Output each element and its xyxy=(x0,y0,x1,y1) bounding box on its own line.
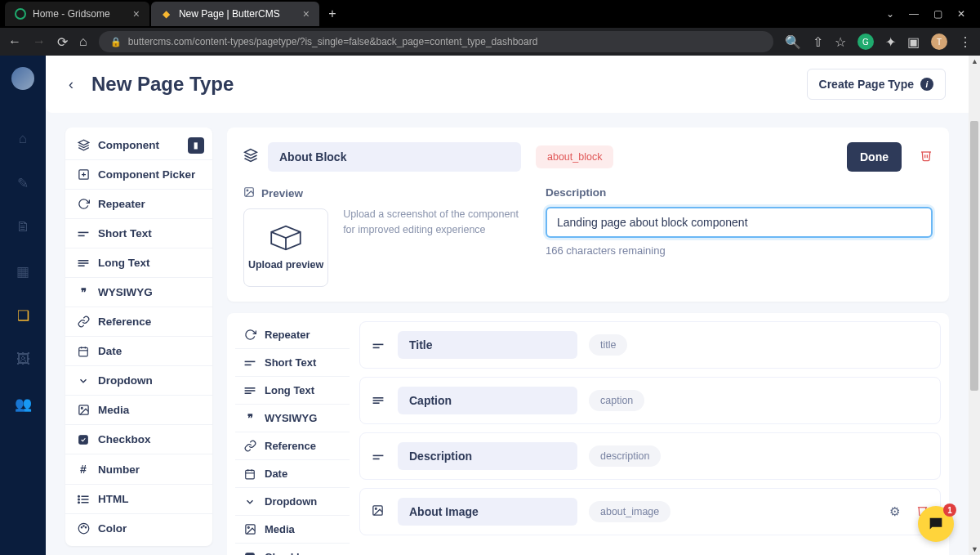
field-type-checkbox[interactable]: Checkbox xyxy=(235,544,350,555)
field-name-input[interactable]: Caption xyxy=(398,387,577,414)
scroll-thumb[interactable] xyxy=(970,121,978,391)
field-type-reference[interactable]: Reference xyxy=(235,432,350,460)
maximize-icon[interactable]: ▢ xyxy=(933,8,942,20)
field-type-number[interactable]: #Number xyxy=(65,454,212,485)
field-type-long-text[interactable]: Long Text xyxy=(65,248,212,278)
field-type-component[interactable]: Component▮ xyxy=(65,131,212,160)
collections-icon[interactable]: ▦ xyxy=(11,260,34,283)
repeater-types-list: RepeaterShort TextLong Text❞WYSIWYGRefer… xyxy=(235,321,350,555)
field-type-reference[interactable]: Reference xyxy=(65,307,212,337)
field-type-media[interactable]: Media xyxy=(235,516,350,544)
menu-icon[interactable]: ⋮ xyxy=(959,34,972,50)
sidepanel-icon[interactable]: ▣ xyxy=(907,34,920,50)
block-name-input[interactable]: About Block xyxy=(268,142,521,172)
field-type-wysiwyg[interactable]: ❞WYSIWYG xyxy=(65,278,212,307)
field-type-media[interactable]: Media xyxy=(65,396,212,425)
upload-label: Upload preview xyxy=(248,259,323,271)
close-icon[interactable]: × xyxy=(303,7,310,20)
field-type-long-text[interactable]: Long Text xyxy=(235,377,350,405)
favicon-icon: ◆ xyxy=(161,8,172,20)
field-row-about_image[interactable]: About Image about_image ⚙ xyxy=(359,488,941,535)
field-type-label: Long Text xyxy=(98,257,150,269)
grammarly-extension[interactable]: G xyxy=(858,34,874,50)
field-name-input[interactable]: Title xyxy=(398,331,577,359)
field-type-color[interactable]: Color xyxy=(65,514,212,543)
chevron-down-icon[interactable]: ⌄ xyxy=(886,8,894,20)
upload-preview-button[interactable]: Upload preview xyxy=(243,208,328,287)
gear-icon[interactable]: ⚙ xyxy=(889,504,900,520)
field-row-title[interactable]: Title title xyxy=(359,321,941,369)
field-name-input[interactable]: Description xyxy=(398,442,577,470)
image-icon xyxy=(77,404,90,416)
scroll-down-icon[interactable]: ▼ xyxy=(971,545,978,553)
forward-button[interactable]: → xyxy=(33,34,46,49)
user-avatar[interactable] xyxy=(11,67,34,90)
field-type-label: Short Text xyxy=(98,227,152,239)
check-icon xyxy=(77,434,90,445)
zoom-icon[interactable]: 🔍 xyxy=(785,34,801,50)
close-icon[interactable]: × xyxy=(133,7,140,20)
field-row-description[interactable]: Description description xyxy=(359,432,941,480)
users-icon[interactable]: 👥 xyxy=(11,392,34,415)
browser-tab-buttercms[interactable]: ◆ New Page | ButterCMS × xyxy=(151,2,319,26)
field-type-dropdown[interactable]: Dropdown xyxy=(235,488,350,516)
calendar-icon xyxy=(243,468,256,480)
field-type-wysiwyg[interactable]: ❞WYSIWYG xyxy=(235,405,350,432)
new-tab-button[interactable]: + xyxy=(321,2,344,25)
description-input[interactable] xyxy=(546,207,933,238)
svg-rect-14 xyxy=(79,435,88,444)
repeat-icon xyxy=(77,198,90,210)
address-bar[interactable]: 🔒 buttercms.com/content-types/pagetype/?… xyxy=(99,31,773,52)
block-slug: about_block xyxy=(536,145,613,168)
field-type-checkbox[interactable]: Checkbox xyxy=(65,425,212,454)
picker-icon xyxy=(77,168,90,181)
back-chevron-icon[interactable]: ‹ xyxy=(69,76,74,93)
preview-help-text: Upload a screenshot of the component for… xyxy=(343,207,529,238)
layers-icon xyxy=(243,148,258,167)
bookmark-icon[interactable]: ☆ xyxy=(835,34,846,50)
component-block-card: About Block about_block Done xyxy=(227,128,949,302)
share-icon[interactable]: ⇧ xyxy=(813,34,823,50)
field-type-label: Date xyxy=(265,468,287,480)
chat-widget[interactable]: 1 xyxy=(918,506,954,542)
extensions-icon[interactable]: ✦ xyxy=(885,34,896,50)
blog-icon[interactable]: ✎ xyxy=(11,172,34,195)
svg-rect-8 xyxy=(79,347,88,356)
reload-button[interactable]: ⟳ xyxy=(57,34,68,50)
media-icon[interactable]: 🖼 xyxy=(11,348,34,371)
quote-icon: ❞ xyxy=(77,286,90,298)
field-type-label: Media xyxy=(98,404,129,416)
profile-avatar[interactable]: T xyxy=(931,34,947,50)
field-type-dropdown[interactable]: Dropdown xyxy=(65,366,212,396)
scroll-up-icon[interactable]: ▲ xyxy=(971,57,978,65)
field-slug: caption xyxy=(589,390,644,411)
pages-icon[interactable]: 🗎 xyxy=(11,216,34,239)
minimize-icon[interactable]: ― xyxy=(909,8,919,20)
trash-icon[interactable] xyxy=(920,149,933,165)
content-types-icon[interactable]: ❑ xyxy=(11,304,34,327)
back-button[interactable]: ← xyxy=(8,34,21,49)
browser-tab-gridsome[interactable]: Home - Gridsome × xyxy=(5,2,149,26)
close-window-icon[interactable]: ✕ xyxy=(957,8,965,20)
field-row-caption[interactable]: Caption caption xyxy=(359,377,941,424)
field-type-short-text[interactable]: Short Text xyxy=(65,219,212,248)
short-icon xyxy=(77,230,90,238)
field-type-date[interactable]: Date xyxy=(65,337,212,366)
layers-icon xyxy=(77,139,90,151)
home-icon[interactable]: ⌂ xyxy=(11,128,34,150)
field-type-html[interactable]: HTML xyxy=(65,485,212,514)
scrollbar[interactable]: ▲ ▼ xyxy=(969,56,980,555)
field-type-short-text[interactable]: Short Text xyxy=(235,349,350,377)
field-type-repeater[interactable]: Repeater xyxy=(65,190,212,219)
short-icon xyxy=(243,359,256,367)
field-type-component-picker[interactable]: Component Picker xyxy=(65,160,212,190)
hash-icon: # xyxy=(77,463,90,476)
field-name-input[interactable]: About Image xyxy=(398,498,577,526)
home-button[interactable]: ⌂ xyxy=(79,34,87,49)
page-title: New Page Type xyxy=(91,73,234,96)
field-type-repeater[interactable]: Repeater xyxy=(235,321,350,349)
done-button[interactable]: Done xyxy=(847,142,902,172)
create-page-type-button[interactable]: Create Page Type i xyxy=(807,69,946,100)
field-type-label: Checkbox xyxy=(265,551,315,555)
field-type-date[interactable]: Date xyxy=(235,460,350,488)
